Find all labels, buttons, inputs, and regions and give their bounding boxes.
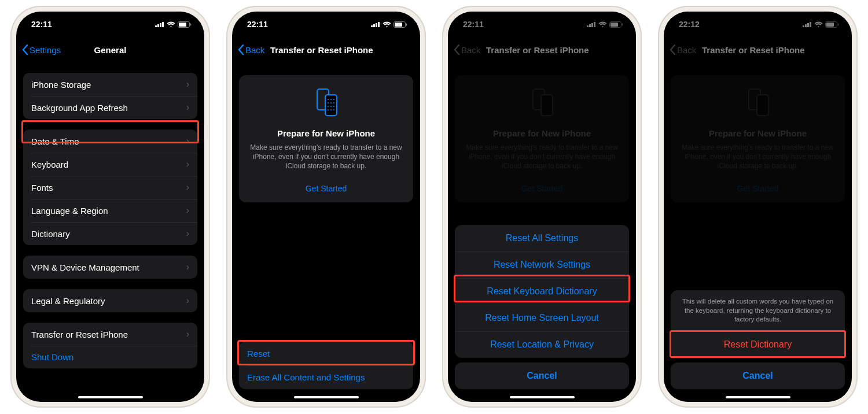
reset-network-settings[interactable]: Reset Network Settings <box>455 252 629 278</box>
phone-4: 22:12 Back Transfer or Reset iPhone Prep… <box>658 6 858 408</box>
battery-icon <box>393 21 407 28</box>
row-label: Erase All Content and Settings <box>247 372 365 382</box>
row-label: Fonts <box>31 183 53 193</box>
reset-all-settings[interactable]: Reset All Settings <box>455 225 629 252</box>
reset-sheet: Reset All Settings Reset Network Setting… <box>455 225 629 358</box>
row-label: Reset <box>247 349 270 358</box>
option-label: Reset All Settings <box>506 233 578 243</box>
svg-point-18 <box>333 99 334 100</box>
chevron-right-icon: › <box>186 295 189 306</box>
cancel-label: Cancel <box>742 371 773 380</box>
row-label: iPhone Storage <box>31 80 91 90</box>
cellular-icon <box>371 21 380 27</box>
get-started-link[interactable]: Get Started <box>248 184 404 193</box>
chevron-right-icon: › <box>186 79 189 90</box>
row-label: Legal & Regulatory <box>31 296 105 306</box>
back-label: Back <box>245 45 264 55</box>
row-legal[interactable]: Legal & Regulatory› <box>23 289 197 312</box>
nav-bar: Settings General <box>16 37 204 62</box>
row-label: Keyboard <box>31 160 68 169</box>
group-vpn: VPN & Device Management› <box>23 256 197 279</box>
svg-rect-6 <box>190 23 192 25</box>
svg-rect-3 <box>162 22 164 27</box>
chevron-right-icon: › <box>186 102 189 113</box>
reset-dictionary-button[interactable]: Reset Dictionary <box>671 331 845 358</box>
chevron-right-icon: › <box>186 262 189 272</box>
option-label: Reset Keyboard Dictionary <box>487 286 597 296</box>
home-indicator[interactable] <box>294 396 359 398</box>
chevron-left-icon <box>22 45 28 55</box>
transfer-devices-icon <box>311 87 342 118</box>
home-indicator[interactable] <box>78 396 143 398</box>
prepare-card: Prepare for New iPhone Make sure everyth… <box>239 75 413 202</box>
notch <box>718 12 799 27</box>
reset-home-screen-layout[interactable]: Reset Home Screen Layout <box>455 305 629 331</box>
row-transfer-reset[interactable]: Transfer or Reset iPhone› <box>23 323 197 346</box>
status-time: 22:11 <box>247 20 268 29</box>
svg-rect-15 <box>325 95 337 116</box>
chevron-right-icon: › <box>186 136 189 146</box>
group-transfer: Transfer or Reset iPhone› Shut Down <box>23 323 197 368</box>
svg-rect-1 <box>157 24 159 27</box>
svg-point-27 <box>333 109 334 110</box>
row-label: VPN & Device Management <box>31 263 139 272</box>
phone-2: 22:11 Back Transfer or Reset iPhone <box>226 6 426 408</box>
row-label: Date & Time <box>31 136 79 146</box>
svg-rect-13 <box>406 23 407 25</box>
confirm-sheet: This will delete all custom words you ha… <box>671 290 845 358</box>
svg-point-21 <box>333 102 334 104</box>
back-button[interactable]: Settings <box>22 45 61 55</box>
notch <box>286 12 367 27</box>
row-date-time[interactable]: Date & Time› <box>23 130 197 153</box>
chevron-right-icon: › <box>186 228 189 239</box>
group-storage: iPhone Storage› Background App Refresh› <box>23 73 197 119</box>
option-label: Reset Location & Privacy <box>490 339 594 349</box>
svg-point-22 <box>328 106 329 107</box>
home-indicator[interactable] <box>510 396 575 398</box>
cancel-label: Cancel <box>527 371 557 380</box>
row-label: Background App Refresh <box>31 103 128 113</box>
content: Prepare for New iPhone Make sure everyth… <box>232 62 420 402</box>
row-label: Shut Down <box>31 352 73 362</box>
reset-location-privacy[interactable]: Reset Location & Privacy <box>455 331 629 358</box>
notch <box>70 12 151 27</box>
row-erase-all[interactable]: Erase All Content and Settings <box>239 365 413 389</box>
cancel-button[interactable]: Cancel <box>455 363 629 389</box>
row-dictionary[interactable]: Dictionary› <box>23 222 197 245</box>
card-description: Make sure everything's ready to transfer… <box>248 143 404 171</box>
row-fonts[interactable]: Fonts› <box>23 176 197 199</box>
reset-keyboard-dictionary[interactable]: Reset Keyboard Dictionary <box>455 278 629 305</box>
cancel-button[interactable]: Cancel <box>671 363 845 389</box>
back-button[interactable]: Back <box>238 45 264 55</box>
svg-point-20 <box>330 102 332 104</box>
svg-rect-7 <box>371 25 373 27</box>
row-label: Transfer or Reset iPhone <box>31 330 128 339</box>
status-time: 22:11 <box>31 20 52 29</box>
home-indicator[interactable] <box>726 396 790 398</box>
row-shut-down[interactable]: Shut Down <box>23 346 197 368</box>
row-background-refresh[interactable]: Background App Refresh› <box>23 96 197 119</box>
row-keyboard[interactable]: Keyboard› <box>23 153 197 176</box>
chevron-right-icon: › <box>186 205 189 216</box>
svg-point-17 <box>330 99 332 100</box>
svg-point-24 <box>333 106 334 107</box>
nav-bar: Back Transfer or Reset iPhone <box>232 37 420 62</box>
wifi-icon <box>382 21 391 28</box>
row-reset[interactable]: Reset <box>239 342 413 365</box>
row-vpn[interactable]: VPN & Device Management› <box>23 256 197 279</box>
svg-point-16 <box>328 99 329 100</box>
svg-rect-2 <box>160 23 161 27</box>
wifi-icon <box>167 21 175 28</box>
svg-rect-8 <box>373 24 375 27</box>
svg-point-26 <box>330 109 332 110</box>
svg-rect-9 <box>376 23 377 27</box>
chevron-right-icon: › <box>186 329 189 339</box>
row-language-region[interactable]: Language & Region› <box>23 199 197 222</box>
row-iphone-storage[interactable]: iPhone Storage› <box>23 73 197 96</box>
confirm-message: This will delete all custom words you ha… <box>671 290 845 331</box>
chevron-left-icon <box>238 45 244 55</box>
svg-point-25 <box>328 109 329 110</box>
card-title: Prepare for New iPhone <box>248 128 404 138</box>
notch <box>502 12 583 27</box>
row-label: Dictionary <box>31 229 70 239</box>
